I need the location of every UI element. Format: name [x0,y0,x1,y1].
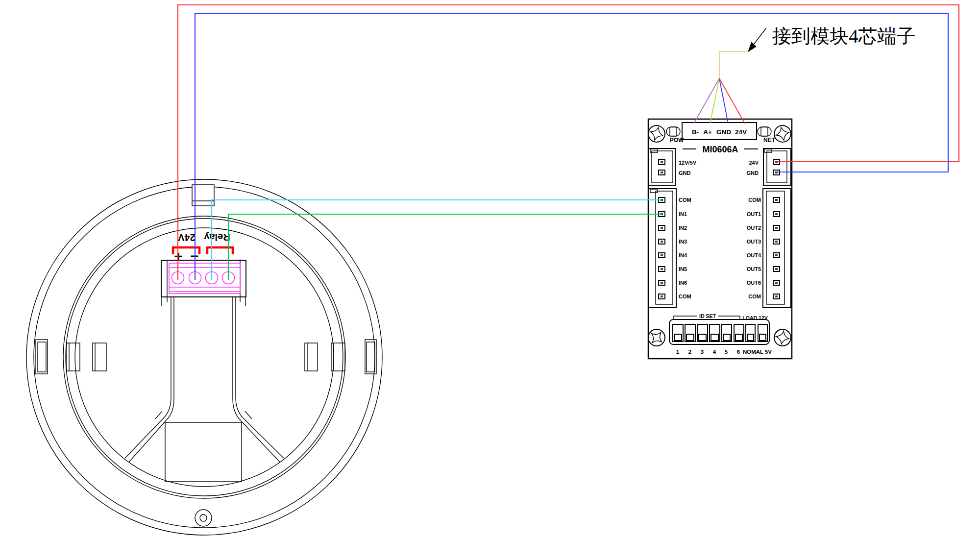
slot-right-outer-bevel [367,342,375,372]
io-connector-left [648,189,676,308]
detector-base: 24V Relay + − [26,179,382,535]
mounting-hole [195,510,212,526]
label-out5: OUT5 [747,266,761,272]
label-24v-right: 24V [749,160,759,166]
module-title: MI0606A [702,145,738,154]
label-com-3: COM [748,197,761,203]
dip-num-1: 1 [676,349,680,355]
dip-num-2: 2 [688,349,691,355]
core-gnd-blue [719,78,728,123]
label-relay: Relay [203,232,230,243]
dip-num-5: 5 [725,349,728,355]
slot-left-mid [67,343,80,371]
label-com-2: COM [679,294,691,299]
label-in4: IN4 [679,252,687,258]
net-label: NET [763,137,776,144]
dip-num-3: 3 [701,349,704,355]
four-core-cable [694,51,748,123]
label-in2: IN2 [679,225,687,231]
label-in3: IN3 [679,239,687,245]
dip-num-nomal: NOMAL [743,349,763,355]
io-module: B- A+ GND 24V POW NET MI0606A [645,119,792,359]
label-out1: OUT1 [747,211,761,217]
core-24v-red [719,78,745,123]
terminal-label-b: B- [692,128,699,136]
terminal-label-24v: 24V [735,128,747,136]
callout: 接到模块4芯端子 [749,25,916,51]
slot-right-inner [305,343,318,371]
id-set-label: ID SET [699,313,716,319]
device-annotations: 24V Relay + − [173,232,233,264]
label-12v5v: 12V/5V [679,160,697,166]
power-connector-right [763,148,791,185]
callout-leader [753,28,766,45]
inner-ring-outer [63,216,345,498]
label-com-1: COM [679,197,691,203]
core-b-purple [694,78,719,123]
label-out4: OUT4 [747,252,761,258]
terminal-label-gnd: GND [716,128,731,136]
label-out2: OUT2 [747,225,761,231]
label-in5: IN5 [679,266,687,272]
wire-in1-green [228,214,662,280]
callout-text: 接到模块4芯端子 [772,25,916,47]
dip-num-4: 4 [713,349,716,355]
core-a-chartreuse [710,78,719,123]
dip-num-5v: 5V [765,349,772,355]
side-slots [36,340,376,374]
label-out6: OUT6 [747,280,761,286]
slot-left-outer-bevel [38,342,46,372]
callout-arrowhead [749,43,756,51]
label-com-4: COM [748,294,761,299]
label-out3: OUT3 [747,239,761,245]
center-rectangle [165,422,242,482]
cable-sheath-tan [719,51,748,78]
label-24v: 24V [178,232,196,243]
label-in1: IN1 [679,211,687,217]
load-12v-label: LOAD 12V [742,315,767,321]
dip-num-6: 6 [737,349,740,355]
bracket-relay [207,247,233,254]
terminal-label-a: A+ [703,128,712,136]
io-connector-right [763,189,791,308]
label-in6: IN6 [679,280,687,286]
label-gnd-left: GND [679,170,691,176]
center-channel [125,297,284,462]
power-connector-left [648,148,675,185]
wire-gnd-blue [195,14,948,280]
wiring-diagram: 24V Relay + − B- A+ GND 24V [0,0,980,539]
pow-label: POW [670,137,684,144]
slot-left-inner [93,343,106,371]
device-terminal-block [161,260,246,297]
label-gnd-right: GND [747,170,759,176]
